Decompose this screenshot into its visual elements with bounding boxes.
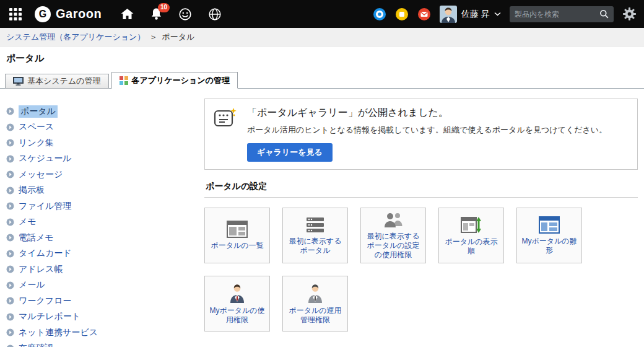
sidebar-item-memo[interactable]: メモ xyxy=(0,214,201,231)
notice-body: 「ポータルギャラリー」が公開されました。 ポータル活用のヒントとなる情報を掲載し… xyxy=(247,107,629,162)
settings-button[interactable] xyxy=(622,7,637,21)
sidebar-item-file-management[interactable]: ファイル管理 xyxy=(0,198,201,214)
sidebar-item-links[interactable]: リンク集 xyxy=(0,135,201,151)
sidebar-item-portal[interactable]: ポータル xyxy=(0,103,201,120)
bullet-icon xyxy=(6,218,14,226)
portal-settings-cards: ポータルの一覧 xyxy=(204,208,638,344)
default-portal-icon xyxy=(305,216,325,234)
breadcrumb: システム管理（各アプリケーション） ＞ ポータル xyxy=(0,28,644,46)
sidebar-item-timecard[interactable]: タイムカード xyxy=(0,246,201,262)
service-button-blue[interactable] xyxy=(373,7,386,21)
sidebar-item-label: メール xyxy=(19,279,45,291)
card-display-order[interactable]: ポータルの表示順 xyxy=(438,208,504,263)
garoon-logo[interactable]: G Garoon xyxy=(35,6,102,22)
bullet-icon xyxy=(6,107,14,115)
sidebar-item-messages[interactable]: メッセージ xyxy=(0,167,201,183)
monitor-icon xyxy=(13,77,24,86)
app-grid-icon xyxy=(9,7,22,21)
breadcrumb-current: ポータル xyxy=(162,32,194,43)
portal-list-icon xyxy=(227,221,248,238)
app-launcher-button[interactable] xyxy=(9,7,22,21)
bullet-icon xyxy=(6,139,14,147)
card-label: ポータルの運用管理権限 xyxy=(285,306,345,325)
card-operational-admin-permission[interactable]: ポータルの運用管理権限 xyxy=(282,276,348,332)
apps-grid-icon xyxy=(120,76,128,85)
main-panel: 「ポータルギャラリー」が公開されました。 ポータル活用のヒントとなる情報を掲載し… xyxy=(204,99,638,347)
garoon-admin-page: G Garoon 10 xyxy=(0,0,644,347)
garoon-logo-mark: G xyxy=(35,6,51,22)
my-portal-template-icon xyxy=(539,216,560,234)
tab-label: 基本システムの管理 xyxy=(27,76,101,87)
person-icon xyxy=(229,283,245,303)
tab-label: 各アプリケーションの管理 xyxy=(132,75,230,86)
search-box xyxy=(510,6,614,22)
card-portal-list[interactable]: ポータルの一覧 xyxy=(204,208,270,263)
gallery-notice: 「ポータルギャラリー」が公開されました。 ポータル活用のヒントとなる情報を掲載し… xyxy=(204,99,638,170)
sidebar-item-label: 電話メモ xyxy=(19,232,54,244)
sidebar-item-label: ワークフロー xyxy=(19,296,71,307)
sidebar-item-label: ファイル管理 xyxy=(19,201,71,212)
card-default-portal-permission[interactable]: 最初に表示するポータルの設定の使用権限 xyxy=(360,208,426,263)
sidebar-item-presence[interactable]: 在席確認 xyxy=(0,341,201,347)
section-portal-settings: ポータルの設定 xyxy=(204,181,638,198)
mail-service-button[interactable] xyxy=(417,7,431,21)
bullet-icon xyxy=(6,281,14,289)
card-label: Myポータルの使用権限 xyxy=(207,306,267,325)
sidebar-item-schedule[interactable]: スケジュール xyxy=(0,151,201,167)
search-icon[interactable] xyxy=(599,9,609,19)
sidebar-item-multireport[interactable]: マルチレポート xyxy=(0,309,201,325)
sidebar-item-label: メッセージ xyxy=(19,169,63,180)
sidebar-item-workflow[interactable]: ワークフロー xyxy=(0,293,201,309)
card-label: 最初に表示するポータル xyxy=(285,237,345,255)
card-label: 最初に表示するポータルの設定の使用権限 xyxy=(363,232,423,260)
sidebar-item-label: マルチレポート xyxy=(19,311,80,322)
user-menu[interactable]: 佐藤 昇 xyxy=(440,6,501,23)
chevron-down-icon xyxy=(494,12,501,16)
card-my-portal-template[interactable]: Myポータルの雛形 xyxy=(516,208,582,263)
card-label: Myポータルの雛形 xyxy=(520,237,579,255)
sidebar-item-label: リンク集 xyxy=(19,138,54,149)
sidebar-item-phone-memo[interactable]: 電話メモ xyxy=(0,230,201,246)
bullet-icon xyxy=(6,187,14,195)
reactions-button[interactable] xyxy=(178,7,192,21)
smiley-icon xyxy=(178,7,192,21)
card-label: ポータルの表示順 xyxy=(442,237,501,256)
yellow-circle-icon xyxy=(395,7,409,21)
breadcrumb-parent-link[interactable]: システム管理（各アプリケーション） xyxy=(6,32,145,43)
card-my-portal-permission[interactable]: Myポータルの使用権限 xyxy=(204,276,270,332)
card-default-portal[interactable]: 最初に表示するポータル xyxy=(282,208,348,263)
tab-each-application[interactable]: 各アプリケーションの管理 xyxy=(111,72,238,89)
mail-icon xyxy=(417,7,431,21)
sidebar-item-space[interactable]: スペース xyxy=(0,120,201,136)
bullet-icon xyxy=(6,123,14,131)
card-label: ポータルの一覧 xyxy=(211,241,263,250)
person-admin-icon xyxy=(307,283,323,303)
search-input[interactable] xyxy=(515,10,596,19)
bullet-icon xyxy=(6,170,14,178)
sidebar-item-email[interactable]: メール xyxy=(0,278,201,294)
language-button[interactable] xyxy=(208,7,222,21)
avatar xyxy=(440,6,457,23)
sidebar-item-net-services[interactable]: ネット連携サービス xyxy=(0,325,201,341)
users-icon xyxy=(383,211,404,229)
sidebar-item-label: 在席確認 xyxy=(19,343,53,347)
bullet-icon xyxy=(6,155,14,163)
home-button[interactable] xyxy=(120,7,134,20)
bullet-icon xyxy=(6,297,14,305)
top-bar: G Garoon 10 xyxy=(0,0,644,28)
sidebar-item-bulletin-board[interactable]: 掲示板 xyxy=(0,183,201,199)
notifications-button[interactable]: 10 xyxy=(150,7,162,20)
topbar-right: 佐藤 昇 xyxy=(373,6,637,23)
service-button-yellow[interactable] xyxy=(395,7,409,21)
sidebar-item-label: 掲示板 xyxy=(19,185,45,196)
sidebar: ポータル スペース リンク集 スケジュール メッセージ 掲示板 xyxy=(0,103,201,347)
sidebar-item-label: メモ xyxy=(19,216,37,227)
sidebar-item-address-book[interactable]: アドレス帳 xyxy=(0,261,201,278)
sidebar-item-label: スケジュール xyxy=(19,153,72,164)
view-gallery-button[interactable]: ギャラリーを見る xyxy=(247,143,333,162)
bullet-icon xyxy=(6,234,14,242)
sidebar-item-label: タイムカード xyxy=(19,248,72,259)
home-icon xyxy=(120,7,134,20)
tab-basic-system[interactable]: 基本システムの管理 xyxy=(5,74,109,89)
notice-description: ポータル活用のヒントとなる情報を掲載しています。組織で使えるポータルを見つけてく… xyxy=(247,125,629,136)
